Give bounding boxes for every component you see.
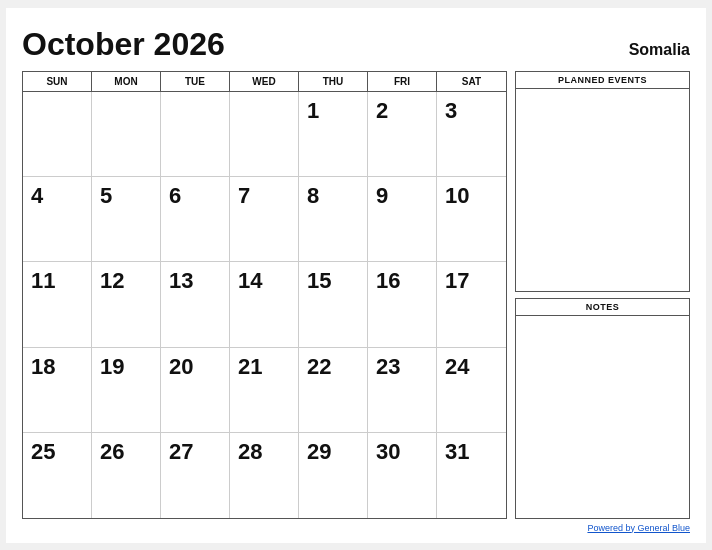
day-19: 19 bbox=[92, 348, 161, 432]
main-content: SUNMONTUEWEDTHUFRISAT 000012345678910111… bbox=[22, 71, 690, 519]
day-6: 6 bbox=[161, 177, 230, 261]
day-10: 10 bbox=[437, 177, 506, 261]
day-16: 16 bbox=[368, 262, 437, 346]
calendar-week-4: 18192021222324 bbox=[23, 348, 506, 433]
day-12: 12 bbox=[92, 262, 161, 346]
day-15: 15 bbox=[299, 262, 368, 346]
day-28: 28 bbox=[230, 433, 299, 517]
day-of-week-mon: MON bbox=[92, 72, 161, 91]
sidebar: PLANNED EVENTS NOTES bbox=[515, 71, 690, 519]
day-29: 29 bbox=[299, 433, 368, 517]
empty-day: 0 bbox=[92, 92, 161, 176]
day-8: 8 bbox=[299, 177, 368, 261]
day-21: 21 bbox=[230, 348, 299, 432]
day-31: 31 bbox=[437, 433, 506, 517]
calendar-week-3: 11121314151617 bbox=[23, 262, 506, 347]
day-of-week-sun: SUN bbox=[23, 72, 92, 91]
day-4: 4 bbox=[23, 177, 92, 261]
day-30: 30 bbox=[368, 433, 437, 517]
empty-day: 0 bbox=[161, 92, 230, 176]
day-24: 24 bbox=[437, 348, 506, 432]
day-22: 22 bbox=[299, 348, 368, 432]
notes-title: NOTES bbox=[516, 299, 689, 316]
calendar-week-2: 45678910 bbox=[23, 177, 506, 262]
day-2: 2 bbox=[368, 92, 437, 176]
calendar-week-5: 25262728293031 bbox=[23, 433, 506, 517]
planned-events-box: PLANNED EVENTS bbox=[515, 71, 690, 292]
notes-box: NOTES bbox=[515, 298, 690, 519]
planned-events-content bbox=[516, 89, 689, 291]
powered-by-link[interactable]: Powered by General Blue bbox=[587, 523, 690, 533]
day-20: 20 bbox=[161, 348, 230, 432]
day-25: 25 bbox=[23, 433, 92, 517]
calendar-header: SUNMONTUEWEDTHUFRISAT bbox=[23, 72, 506, 92]
day-23: 23 bbox=[368, 348, 437, 432]
calendar-page: October 2026 Somalia SUNMONTUEWEDTHUFRIS… bbox=[6, 8, 706, 543]
day-of-week-sat: SAT bbox=[437, 72, 506, 91]
footer: Powered by General Blue bbox=[22, 523, 690, 533]
day-17: 17 bbox=[437, 262, 506, 346]
day-of-week-wed: WED bbox=[230, 72, 299, 91]
day-of-week-thu: THU bbox=[299, 72, 368, 91]
day-13: 13 bbox=[161, 262, 230, 346]
empty-day: 0 bbox=[230, 92, 299, 176]
day-27: 27 bbox=[161, 433, 230, 517]
empty-day: 0 bbox=[23, 92, 92, 176]
planned-events-title: PLANNED EVENTS bbox=[516, 72, 689, 89]
day-14: 14 bbox=[230, 262, 299, 346]
day-7: 7 bbox=[230, 177, 299, 261]
day-18: 18 bbox=[23, 348, 92, 432]
day-5: 5 bbox=[92, 177, 161, 261]
notes-content bbox=[516, 316, 689, 518]
day-26: 26 bbox=[92, 433, 161, 517]
day-3: 3 bbox=[437, 92, 506, 176]
calendar-week-1: 0000123 bbox=[23, 92, 506, 177]
day-1: 1 bbox=[299, 92, 368, 176]
day-11: 11 bbox=[23, 262, 92, 346]
country-label: Somalia bbox=[629, 41, 690, 59]
calendar: SUNMONTUEWEDTHUFRISAT 000012345678910111… bbox=[22, 71, 507, 519]
day-of-week-fri: FRI bbox=[368, 72, 437, 91]
header: October 2026 Somalia bbox=[22, 26, 690, 63]
page-title: October 2026 bbox=[22, 26, 225, 63]
day-of-week-tue: TUE bbox=[161, 72, 230, 91]
calendar-body: 0000123456789101112131415161718192021222… bbox=[23, 92, 506, 518]
day-9: 9 bbox=[368, 177, 437, 261]
